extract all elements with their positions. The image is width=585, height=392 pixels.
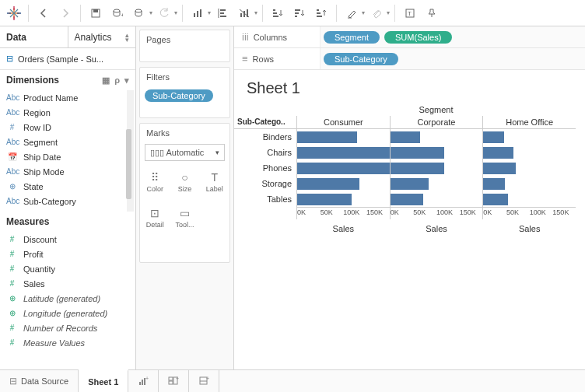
bar-cell[interactable] (390, 160, 483, 176)
filters-shelf[interactable]: Filters Sub-Category (139, 67, 230, 118)
field-name: Profit (23, 250, 44, 259)
svg-rect-37 (142, 380, 143, 385)
bar-cell[interactable] (390, 176, 483, 191)
sheet-title[interactable]: Sheet 1 (234, 70, 585, 103)
measure-field[interactable]: #Sales (0, 276, 135, 291)
sort-asc-button[interactable] (268, 3, 288, 23)
chart: Segment Sub-Catego..ConsumerCorporateHom… (234, 103, 585, 238)
bar-cell[interactable] (390, 145, 483, 160)
chart-row[interactable]: Chairs (234, 145, 576, 160)
bar-cell[interactable] (296, 176, 390, 191)
dropdown-arrow-icon[interactable]: ▾ (149, 9, 152, 16)
forward-button[interactable] (55, 3, 75, 23)
measure-field[interactable]: #Discount (0, 232, 135, 247)
pages-shelf[interactable]: Pages (139, 30, 230, 62)
marks-type-select[interactable]: ▯▯▯ Automatic▾ (145, 144, 225, 161)
dimension-field[interactable]: AbcProduct Name (0, 90, 135, 105)
refresh-button[interactable] (154, 3, 174, 23)
new-worksheet-icon[interactable] (187, 3, 208, 23)
clear-sheet-button[interactable] (234, 3, 254, 23)
tab-analytics[interactable]: Analytics▴▾ (68, 26, 136, 47)
measure-field[interactable]: #Quantity (0, 261, 135, 276)
dropdown-arrow-icon[interactable]: ▾ (174, 9, 177, 16)
dimension-field[interactable]: AbcSub-Category (0, 194, 135, 208)
menu-arrow-icon[interactable]: ▾ (124, 75, 129, 86)
pin-button[interactable] (422, 3, 442, 23)
show-labels-button[interactable]: T (400, 3, 420, 23)
measure-field[interactable]: ⊕Latitude (generated) (0, 291, 135, 306)
measure-field[interactable]: #Profit (0, 247, 135, 261)
svg-rect-14 (197, 11, 198, 17)
shelf-pill[interactable]: Segment (324, 31, 380, 44)
save-button[interactable] (86, 3, 106, 23)
marks-tool..[interactable]: ▭Tool... (170, 200, 199, 236)
marks-label[interactable]: TLabel (200, 164, 229, 200)
sort-desc-button[interactable] (289, 3, 310, 23)
new-worksheet-tab[interactable]: + (128, 370, 159, 392)
svg-text:+: + (121, 12, 123, 19)
shelf-pill[interactable]: Sub-Category (324, 53, 398, 65)
search-icon[interactable]: ρ (114, 75, 120, 86)
dimension-field[interactable]: #Row ID (0, 120, 135, 135)
dropdown-arrow-icon[interactable]: ▾ (362, 9, 365, 16)
totals-button[interactable] (311, 3, 331, 23)
bar-cell[interactable] (296, 129, 390, 145)
dimension-field[interactable]: AbcRegion (0, 105, 135, 120)
dropdown-arrow-icon[interactable]: ▾ (387, 9, 390, 16)
bar-cell[interactable] (482, 129, 576, 145)
marks-detail[interactable]: ⊡Detail (140, 200, 170, 236)
datasource-name: Orders (Sample - Su... (18, 54, 103, 64)
bar-cell[interactable] (482, 176, 576, 191)
marks-size[interactable]: ○Size (170, 164, 199, 200)
tab-sheet1[interactable]: Sheet 1 (79, 369, 128, 392)
bar-cell[interactable] (296, 160, 390, 176)
chart-row[interactable]: Binders (234, 129, 576, 145)
view-icon[interactable]: ▦ (102, 75, 110, 86)
dropdown-arrow-icon[interactable]: ▾ (208, 9, 211, 16)
attach-button[interactable] (366, 3, 387, 23)
pause-updates-button[interactable] (129, 3, 149, 23)
svg-rect-20 (240, 13, 242, 17)
filter-pill[interactable]: Sub-Category (145, 89, 213, 102)
field-name: Number of Records (23, 324, 97, 333)
x-axis-label: Sales (296, 219, 390, 238)
measure-field[interactable]: ⊕Longitude (generated) (0, 306, 135, 320)
tableau-logo-icon[interactable] (5, 4, 23, 23)
new-datasource-button[interactable]: + (107, 3, 128, 23)
dimension-field[interactable]: ⊕State (0, 179, 135, 194)
dimension-field[interactable]: AbcSegment (0, 135, 135, 149)
datasource-row[interactable]: ⊟ Orders (Sample - Su... (0, 48, 135, 70)
bar (297, 147, 390, 159)
svg-point-12 (135, 9, 142, 12)
dimension-field[interactable]: AbcShip Mode (0, 164, 135, 179)
marks-cell-label: Label (206, 185, 223, 193)
new-dashboard-tab[interactable]: + (159, 370, 189, 392)
bar-cell[interactable] (482, 191, 576, 207)
tab-data[interactable]: Data (0, 26, 68, 47)
bar-cell[interactable] (390, 191, 483, 207)
marks-color[interactable]: ⠿Color (140, 164, 170, 200)
bar-cell[interactable] (482, 145, 576, 160)
dropdown-arrow-icon[interactable]: ▾ (254, 9, 257, 16)
bar-cell[interactable] (390, 129, 483, 145)
dimension-field[interactable]: 📅Ship Date (0, 149, 135, 164)
back-button[interactable] (33, 3, 54, 23)
chart-row[interactable]: Storage (234, 176, 576, 191)
swap-axes-button[interactable] (212, 3, 233, 23)
rows-shelf[interactable]: ≡Rows Sub-Category (234, 48, 585, 70)
chart-row[interactable]: Phones (234, 160, 576, 176)
bar (391, 194, 423, 205)
shelf-pill[interactable]: SUM(Sales) (384, 31, 452, 44)
bar-cell[interactable] (296, 145, 390, 160)
columns-shelf[interactable]: iiiColumns SegmentSUM(Sales) (234, 26, 585, 48)
tab-datasource[interactable]: ⊟Data Source (0, 370, 79, 392)
scrollbar[interactable] (127, 90, 134, 212)
bar-cell[interactable] (482, 160, 576, 176)
measure-field[interactable]: #Number of Records (0, 320, 135, 335)
highlight-button[interactable] (342, 3, 362, 23)
measure-field[interactable]: #Measure Values (0, 335, 135, 350)
bar-cell[interactable] (296, 191, 390, 207)
field-type-icon: # (6, 123, 18, 131)
new-story-tab[interactable]: + (189, 370, 219, 392)
chart-row[interactable]: Tables (234, 191, 576, 207)
